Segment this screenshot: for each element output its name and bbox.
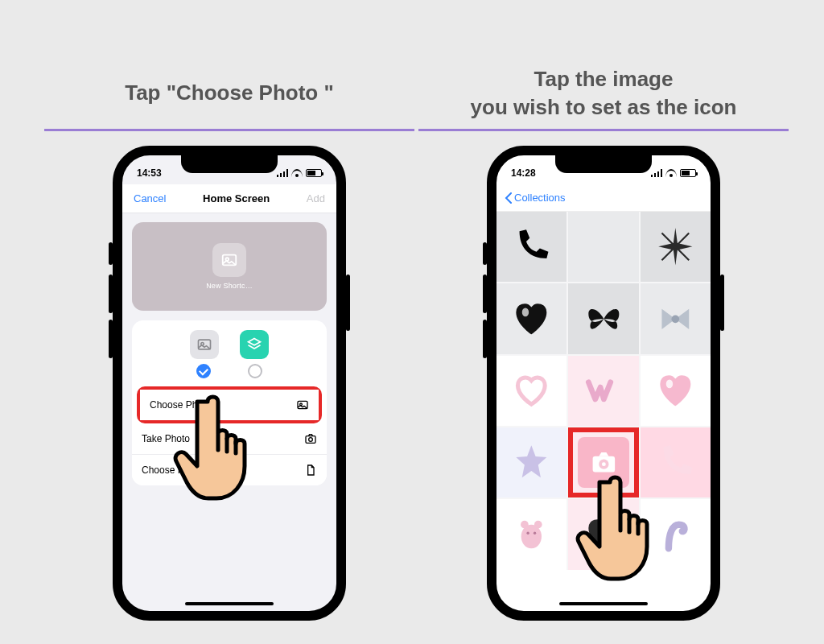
- icon-option-card: Choose Photo Take Photo: [132, 320, 327, 485]
- status-time: 14:28: [511, 167, 536, 179]
- wifi-icon: [291, 169, 303, 177]
- home-indicator: [185, 602, 274, 605]
- svg-point-9: [672, 315, 680, 323]
- grid-item-butterfly[interactable]: [568, 283, 638, 353]
- menu-label: Choose Photo: [150, 399, 211, 411]
- photo-grid: [496, 212, 711, 570]
- status-time: 14:53: [137, 167, 162, 179]
- menu-take-photo[interactable]: Take Photo: [132, 423, 327, 454]
- grid-item-camera-highlighted[interactable]: [568, 427, 638, 497]
- preview-app-icon: [212, 243, 246, 277]
- caption-line-1: Tap the image: [534, 67, 674, 91]
- cancel-button[interactable]: Cancel: [134, 192, 166, 204]
- phone-mock-right: 14:28 Collections: [487, 146, 720, 621]
- candy-cane-icon: [655, 514, 696, 555]
- menu-choose-file[interactable]: Choose File: [132, 454, 327, 485]
- letter-w-icon: [583, 370, 624, 411]
- home-preview-card: New Shortc…: [132, 222, 327, 311]
- grid-item-star[interactable]: [496, 427, 566, 497]
- sparkle-star-icon: [655, 226, 696, 267]
- photo-icon: [296, 398, 309, 411]
- grid-item-pink-heart[interactable]: [641, 356, 711, 426]
- home-indicator: [559, 602, 648, 605]
- grid-item-glossy-heart[interactable]: [496, 283, 566, 353]
- battery-icon: [306, 169, 322, 177]
- phone-handset-icon: [655, 442, 696, 483]
- step-panel-pick-image: Tap the image you wish to set as the ico…: [418, 64, 789, 621]
- phone-mock-left: 14:53 Cancel Home Screen Add: [113, 146, 346, 621]
- battery-icon: [680, 169, 696, 177]
- svg-point-8: [522, 308, 529, 316]
- caption-right: Tap the image you wish to set as the ico…: [418, 64, 789, 122]
- add-button[interactable]: Add: [307, 192, 325, 204]
- svg-point-18: [534, 531, 536, 534]
- camera-icon: [304, 432, 317, 445]
- grid-item-phone[interactable]: [496, 212, 566, 282]
- file-icon: [304, 464, 317, 477]
- grid-item-candy[interactable]: [641, 499, 711, 569]
- preview-app-label: New Shortc…: [206, 282, 253, 290]
- phone-power-button: [720, 275, 724, 331]
- phone-notch: [555, 155, 652, 173]
- svg-point-10: [666, 379, 673, 388]
- radio-app[interactable]: [248, 364, 262, 378]
- nav-title: Home Screen: [203, 192, 270, 204]
- nav-bar: Cancel Home Screen Add: [122, 184, 336, 213]
- step-panel-choose-photo: Tap "Choose Photo " 14:53 Cancel Home Sc…: [44, 64, 414, 621]
- gummy-bear-icon: [511, 514, 552, 555]
- phone-screen-right: 14:28 Collections: [487, 146, 720, 621]
- highlight-choose-photo: Choose Photo: [137, 386, 322, 423]
- chevron-left-icon: [505, 192, 513, 204]
- black-heart-icon: [583, 514, 624, 555]
- pink-heart-icon: [655, 370, 696, 411]
- back-nav[interactable]: Collections: [496, 184, 711, 212]
- svg-rect-6: [306, 436, 315, 444]
- radio-image-selected[interactable]: [196, 364, 211, 378]
- phone-power-button: [346, 275, 350, 331]
- menu-label: Take Photo: [142, 433, 190, 444]
- caption-line-2: you wish to set as the icon: [471, 95, 737, 119]
- menu-choose-photo[interactable]: Choose Photo: [140, 390, 319, 420]
- grid-item-heart-outline[interactable]: [496, 356, 566, 426]
- caption-underline: [44, 129, 414, 131]
- star-icon: [511, 442, 552, 483]
- grid-item-moon[interactable]: [568, 212, 638, 282]
- signal-icon: [651, 169, 662, 177]
- glossy-heart-icon: [511, 299, 552, 340]
- app-icon-choice[interactable]: [240, 330, 269, 359]
- grid-item-black-heart[interactable]: [568, 499, 638, 569]
- grid-item-gummy-bear[interactable]: [496, 499, 566, 569]
- camera-icon: [589, 448, 619, 477]
- phone-icon: [511, 226, 552, 267]
- signal-icon: [277, 169, 288, 177]
- crescent-moon-icon: [583, 226, 624, 267]
- svg-point-13: [602, 463, 606, 467]
- camera-tile: [578, 437, 628, 488]
- phone-screen-left: 14:53 Cancel Home Screen Add: [113, 146, 346, 621]
- grid-item-sparkle[interactable]: [641, 212, 711, 282]
- status-icons: [277, 169, 322, 177]
- heart-outline-icon: [511, 370, 552, 411]
- grid-item-letter-w[interactable]: [568, 356, 638, 426]
- status-icons: [651, 169, 696, 177]
- back-label: Collections: [514, 192, 566, 204]
- icon-choice-row: [132, 330, 327, 359]
- radio-selection-row: [132, 364, 327, 378]
- svg-point-7: [309, 438, 313, 442]
- grid-item-bow[interactable]: [641, 283, 711, 353]
- butterfly-icon: [583, 299, 624, 340]
- wifi-icon: [665, 169, 677, 177]
- svg-point-17: [527, 531, 529, 534]
- caption-underline: [418, 129, 789, 131]
- bow-icon: [655, 299, 696, 340]
- image-icon-choice[interactable]: [190, 330, 219, 359]
- menu-label: Choose File: [142, 464, 193, 476]
- grid-item-handset[interactable]: [641, 427, 711, 497]
- phone-notch: [181, 155, 278, 173]
- svg-point-16: [521, 524, 542, 548]
- caption-left: Tap "Choose Photo ": [44, 64, 414, 122]
